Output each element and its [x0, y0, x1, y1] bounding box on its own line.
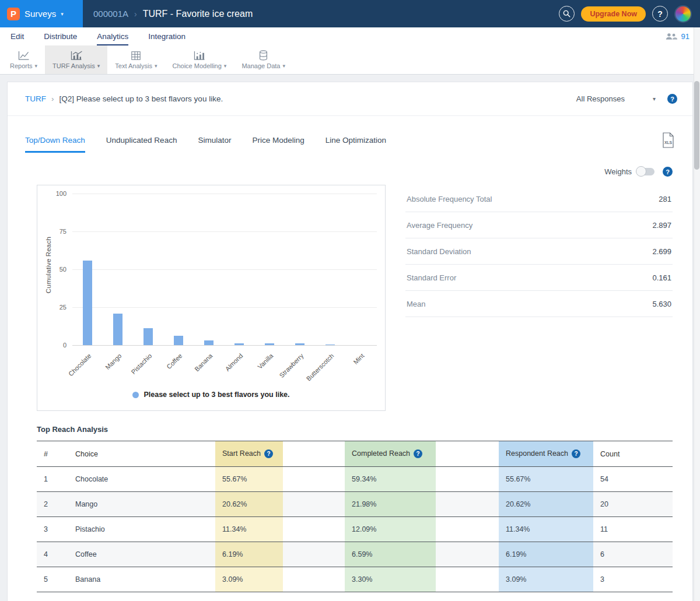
stat-value: 2.699 [652, 247, 671, 256]
toolbar-item-label: TURF Analysis ▾ [52, 62, 100, 69]
reach-chart: Cumulative Reach Please select up to 3 b… [37, 185, 386, 411]
weights-label: Weights [604, 167, 632, 176]
stat-value: 0.161 [652, 273, 671, 282]
turf-breadcrumb-link[interactable]: TURF [25, 94, 46, 103]
gridline [72, 231, 377, 232]
choice-cell: Banana [68, 567, 215, 592]
chevron-down-icon: ▾ [224, 63, 227, 69]
nav-item-integration[interactable]: Integration [148, 27, 186, 45]
tab-unduplicated-reach[interactable]: Unduplicated Reach [106, 136, 177, 153]
tab-price-modeling[interactable]: Price Modeling [252, 136, 304, 153]
rank-cell: 4 [37, 542, 68, 567]
survey-title: TURF - Favorite ice cream [143, 9, 253, 19]
respondent-reach-cell: 20.62% [499, 492, 593, 517]
toolbar-item-choice-modelling[interactable]: Choice Modelling ▾ [164, 45, 234, 74]
y-tick-label: 75 [47, 228, 66, 235]
gridline [72, 307, 377, 308]
gridline [72, 269, 377, 270]
chart-bar [144, 328, 153, 345]
toolbar-item-turf-analysis[interactable]: TURF Analysis ▾ [45, 45, 107, 74]
people-icon [666, 33, 677, 40]
choice-cell: Mango [68, 492, 215, 517]
tabs-row: Top/Down ReachUnduplicated ReachSimulato… [8, 116, 692, 153]
avatar[interactable] [674, 5, 692, 23]
respondent-reach-cell: 55.67% [499, 467, 593, 492]
tab-line-optimization[interactable]: Line Optimization [326, 136, 386, 153]
survey-id-link[interactable]: 000001A [93, 9, 128, 19]
toolbar-item-label: Reports ▾ [10, 62, 37, 69]
chart-bar [295, 343, 304, 345]
toolbar-item-manage-data[interactable]: Manage Data ▾ [234, 45, 293, 74]
question-bar: TURF › [Q2] Please select up to 3 best f… [8, 82, 692, 116]
chart-bar [326, 345, 335, 345]
spacer-cell [436, 517, 499, 542]
breadcrumb: 000001A › TURF - Favorite ice cream [93, 9, 253, 19]
reports-chart-icon [18, 51, 30, 61]
toolbar-item-reports[interactable]: Reports ▾ [2, 45, 45, 74]
completed-reach-cell: 21.98% [345, 492, 436, 517]
questionpro-logo: P [7, 8, 20, 20]
stat-row-standard-deviation: Standard Deviation2.699 [405, 238, 673, 265]
question-breadcrumb: TURF › [Q2] Please select up to 3 best f… [25, 94, 223, 103]
responses-filter-dropdown[interactable]: All Responses ▾ [576, 94, 656, 103]
spacer-cell [436, 492, 499, 517]
chevron-down-icon: ▾ [653, 96, 656, 102]
y-tick-label: 0 [47, 342, 66, 349]
tab-simulator[interactable]: Simulator [198, 136, 231, 153]
count-cell: 6 [593, 542, 673, 567]
stat-value: 281 [659, 195, 671, 203]
weights-toggle[interactable] [637, 168, 654, 175]
completed-reach-cell: 59.34% [345, 467, 436, 492]
chart-bar [235, 343, 244, 345]
spacer-cell [283, 467, 345, 492]
completed-reach-cell: 12.09% [345, 517, 436, 542]
count-cell: 3 [593, 567, 673, 592]
nav-item-analytics[interactable]: Analytics [97, 27, 128, 45]
spacer-cell [283, 517, 345, 542]
y-tick-label: 50 [47, 266, 66, 273]
help-icon[interactable]: ? [264, 449, 273, 458]
completed-reach-cell: 6.59% [345, 542, 436, 567]
export-xls-button[interactable]: XLS [662, 132, 675, 153]
top-bar: P Surveys ▾ 000001A › TURF - Favorite ic… [0, 0, 700, 27]
help-icon[interactable]: ? [663, 167, 673, 177]
gridline [72, 345, 377, 346]
help-icon[interactable]: ? [572, 449, 580, 458]
vertical-scrollbar[interactable] [694, 27, 700, 601]
spacer-cell [283, 492, 345, 517]
scrollbar-thumb[interactable] [694, 81, 699, 170]
nav-item-distribute[interactable]: Distribute [44, 27, 77, 45]
question-text: [Q2] Please select up to 3 best flavors … [60, 94, 223, 103]
product-menu[interactable]: P Surveys ▾ [0, 0, 83, 27]
column-header-start-reach: Start Reach? [215, 441, 283, 467]
breadcrumb-separator: › [134, 9, 137, 19]
breadcrumb-separator: › [51, 94, 54, 103]
column-header-spacer [436, 441, 499, 467]
start-reach-cell: 3.09% [215, 567, 283, 592]
column-header-rank: # [37, 441, 68, 467]
respondents-indicator[interactable]: 91 [666, 27, 690, 45]
rank-cell: 2 [37, 492, 68, 517]
column-header-respondent-reach: Respondent Reach? [499, 441, 593, 467]
respondents-count: 91 [681, 32, 690, 41]
tab-top-down-reach[interactable]: Top/Down Reach [25, 136, 85, 153]
chart-bar [265, 343, 274, 345]
table-row: 1Chocolate55.67%59.34%55.67%54 [37, 467, 673, 492]
stat-value: 5.630 [652, 300, 671, 308]
start-reach-cell: 55.67% [215, 467, 283, 492]
rank-cell: 3 [37, 517, 68, 542]
help-button[interactable]: ? [652, 6, 668, 22]
help-icon[interactable]: ? [414, 449, 422, 458]
chevron-down-icon: ▾ [61, 11, 64, 17]
question-mark-icon: ? [657, 9, 663, 19]
choice-cell: Coffee [68, 542, 215, 567]
search-button[interactable] [559, 6, 575, 22]
spacer-cell [283, 567, 345, 592]
upgrade-now-button[interactable]: Upgrade Now [581, 6, 646, 22]
product-name: Surveys [24, 9, 56, 19]
stat-row-absolute-frequency-total: Absolute Frequency Total281 [405, 186, 673, 212]
nav-item-edit[interactable]: Edit [10, 27, 24, 45]
table-row: 4Coffee6.19%6.59%6.19%6 [37, 542, 673, 567]
help-icon[interactable]: ? [667, 94, 677, 104]
toolbar-item-text-analysis[interactable]: Text Analysis ▾ [107, 45, 164, 74]
